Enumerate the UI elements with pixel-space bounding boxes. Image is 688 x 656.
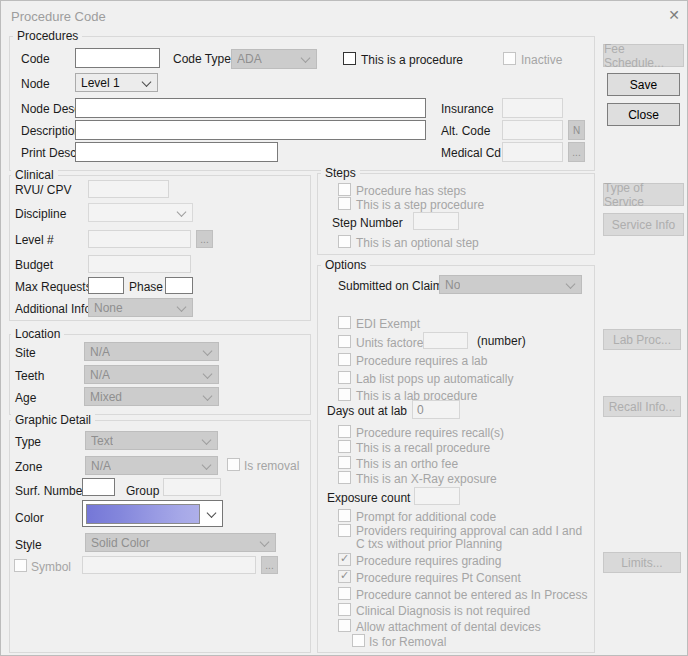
this-is-an-optional-step-label: This is an optional step <box>356 236 479 250</box>
is-removal-label: Is removal <box>244 459 299 473</box>
allow-attachment-dental-devices-label: Allow attachment of dental devices <box>356 620 541 634</box>
edi-exempt-checkbox <box>338 316 351 329</box>
procedure-has-steps-label: Procedure has steps <box>356 184 466 198</box>
site-value: N/A <box>90 345 110 359</box>
level-num-label: Level # <box>15 233 54 247</box>
this-is-a-recall-procedure-label: This is a recall procedure <box>356 441 490 455</box>
budget-input <box>88 255 191 273</box>
is-for-removal-checkbox <box>352 634 365 647</box>
chevron-down-icon <box>142 77 152 87</box>
node-label: Node <box>21 77 50 91</box>
graphic-detail-group-label: Graphic Detail <box>11 413 95 427</box>
procedure-requires-grading-checkbox <box>338 553 351 566</box>
days-out-at-lab-input <box>412 400 460 419</box>
fee-schedule-button: Fee Schedule... <box>603 44 684 67</box>
print-desc-input[interactable] <box>75 142 278 162</box>
symbol-browse-button: ... <box>261 556 278 574</box>
zone-value: N/A <box>91 459 111 473</box>
this-is-a-step-procedure-label: This is a step procedure <box>356 198 484 212</box>
group-input <box>163 478 221 496</box>
inactive-label: Inactive <box>521 53 562 67</box>
this-is-a-procedure-checkbox[interactable] <box>343 52 356 65</box>
window-title: Procedure Code <box>11 9 106 24</box>
limits-button: Limits... <box>603 552 681 573</box>
teeth-label: Teeth <box>15 369 44 383</box>
symbol-label: Symbol <box>31 560 71 574</box>
surf-number-input[interactable] <box>82 478 115 496</box>
procedure-requires-a-lab-checkbox <box>338 353 351 366</box>
code-input[interactable] <box>75 48 160 68</box>
site-select: N/A <box>84 342 219 361</box>
alt-code-input <box>502 120 563 140</box>
max-requests-input[interactable] <box>88 277 124 294</box>
step-number-input <box>413 212 459 230</box>
is-removal-checkbox <box>227 458 240 471</box>
medical-cd-input <box>502 142 563 162</box>
lab-list-pops-up-checkbox <box>338 371 351 384</box>
type-of-service-button: Type of Service <box>603 183 684 206</box>
providers-requiring-approval-checkbox <box>338 524 351 537</box>
units-factored-label: Units factored <box>356 336 430 350</box>
additional-info-value: None <box>94 301 123 315</box>
chevron-down-icon <box>207 508 217 518</box>
rvu-cpv-input <box>88 180 169 198</box>
cannot-be-entered-in-process-checkbox <box>338 587 351 600</box>
allow-attachment-dental-devices-checkbox <box>338 619 351 632</box>
chevron-down-icon <box>177 207 187 217</box>
clinical-diagnosis-not-required-label: Clinical Diagnosis is not required <box>356 604 530 618</box>
this-is-a-lab-procedure-checkbox <box>338 388 351 401</box>
style-label: Style <box>15 538 42 552</box>
symbol-checkbox <box>14 559 27 572</box>
description-input[interactable] <box>75 120 426 140</box>
zone-label: Zone <box>15 460 42 474</box>
age-label: Age <box>15 391 36 405</box>
close-button[interactable]: Close <box>607 103 680 126</box>
this-is-an-ortho-fee-checkbox <box>338 456 351 469</box>
additional-info-label: Additional Info <box>15 302 91 316</box>
medical-cd-label: Medical Cd <box>441 146 501 160</box>
save-button[interactable]: Save <box>607 73 680 96</box>
this-is-a-procedure-label: This is a procedure <box>361 53 463 67</box>
exposure-count-label: Exposure count <box>327 491 410 505</box>
close-icon[interactable]: ✕ <box>661 3 687 27</box>
color-select[interactable] <box>82 500 223 527</box>
node-value: Level 1 <box>81 76 120 90</box>
max-requests-label: Max Requests <box>15 280 92 294</box>
level-num-input <box>88 230 191 248</box>
chevron-down-icon <box>202 460 212 470</box>
node-desc-input[interactable] <box>75 98 426 118</box>
color-label: Color <box>15 511 44 525</box>
type-label: Type <box>15 435 41 449</box>
age-select: Mixed <box>84 387 219 406</box>
lab-list-pops-up-label: Lab list pops up automatically <box>356 372 513 386</box>
symbol-input <box>82 556 256 574</box>
edi-exempt-label: EDI Exempt <box>356 317 420 331</box>
style-select: Solid Color <box>85 533 276 552</box>
alt-code-n-button: N <box>568 120 585 140</box>
prompt-for-additional-code-checkbox <box>338 509 351 522</box>
recall-info-button: Recall Info... <box>603 396 681 417</box>
chevron-down-icon <box>203 369 213 379</box>
node-desc-label: Node Desc <box>21 102 80 116</box>
node-select[interactable]: Level 1 <box>75 73 158 92</box>
exposure-count-input <box>414 487 460 505</box>
style-value: Solid Color <box>91 536 150 550</box>
code-type-select: ADA <box>231 49 317 69</box>
additional-info-select: None <box>88 298 193 317</box>
site-label: Site <box>15 346 36 360</box>
this-is-a-step-procedure-checkbox <box>338 197 351 210</box>
chevron-down-icon <box>203 346 213 356</box>
chevron-down-icon <box>566 279 576 289</box>
group-label: Group <box>126 484 159 498</box>
zone-select: N/A <box>85 456 218 475</box>
location-group-label: Location <box>11 327 64 341</box>
this-is-a-recall-procedure-checkbox <box>338 440 351 453</box>
number-hint-label: (number) <box>477 334 526 348</box>
procedure-requires-pt-consent-checkbox <box>338 570 351 583</box>
description-label: Description <box>21 124 81 138</box>
age-value: Mixed <box>90 390 122 404</box>
teeth-select: N/A <box>84 365 219 384</box>
phase-input[interactable] <box>165 277 193 294</box>
is-for-removal-label: Is for Removal <box>369 635 446 649</box>
procedure-has-steps-checkbox <box>338 183 351 196</box>
